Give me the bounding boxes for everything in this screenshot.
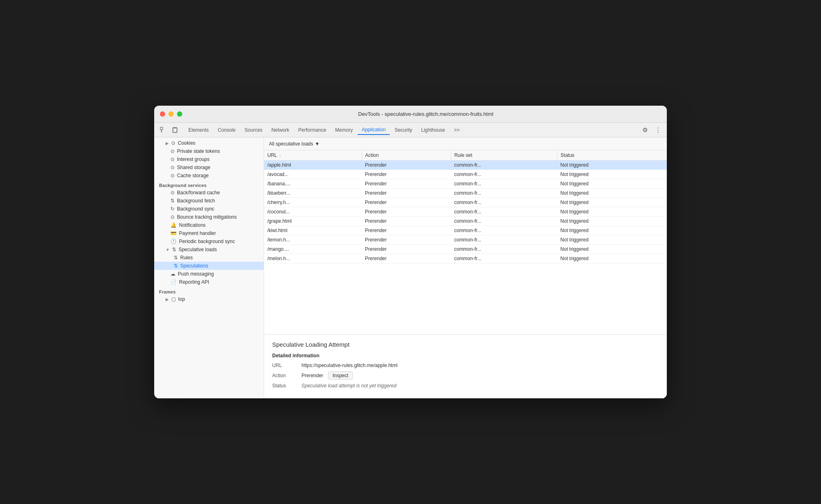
col-header-action[interactable]: Action [362, 150, 451, 161]
sidebar-item-shared-storage[interactable]: ⊙ Shared storage [154, 163, 264, 172]
sidebar-item-background-sync[interactable]: ↻ Background sync [154, 205, 264, 213]
cell-status: Not triggered [557, 217, 667, 226]
tab-console[interactable]: Console [214, 126, 240, 135]
tab-performance[interactable]: Performance [294, 126, 330, 135]
table-row[interactable]: /mango.... Prerender common-fr... Not tr… [264, 245, 667, 254]
cell-status: Not triggered [557, 198, 667, 207]
detail-action-value: Prerender [301, 373, 323, 378]
cell-url: /coconut... [264, 207, 362, 217]
inspect-element-icon[interactable] [157, 124, 169, 136]
tab-application[interactable]: Application [358, 125, 390, 135]
cell-ruleset: common-fr... [451, 226, 557, 235]
sidebar-item-back-forward-cache[interactable]: ⊙ Back/forward cache [154, 189, 264, 197]
tab-elements[interactable]: Elements [184, 126, 213, 135]
tab-lighthouse[interactable]: Lighthouse [417, 126, 449, 135]
detail-title: Speculative Loading Attempt [272, 341, 659, 348]
cell-status: Not triggered [557, 235, 667, 245]
sidebar-item-bounce-tracking[interactable]: ⊙ Bounce tracking mitigations [154, 213, 264, 221]
cell-ruleset: common-fr... [451, 245, 557, 254]
table-row[interactable]: /melon.h... Prerender common-fr... Not t… [264, 254, 667, 263]
traffic-lights [160, 111, 182, 117]
table-row[interactable]: /coconut... Prerender common-fr... Not t… [264, 207, 667, 217]
minimize-button[interactable] [168, 111, 174, 117]
cell-action: Prerender [362, 189, 451, 198]
table-row[interactable]: /grape.html Prerender common-fr... Not t… [264, 217, 667, 226]
table-row[interactable]: /lemon.h... Prerender common-fr... Not t… [264, 235, 667, 245]
sidebar-item-rules[interactable]: ⇅ Rules [154, 254, 264, 262]
cell-url: /lemon.h... [264, 235, 362, 245]
close-button[interactable] [160, 111, 165, 117]
panel-toolbar: All speculative loads ▼ [264, 137, 667, 150]
svg-rect-0 [160, 127, 163, 130]
inspect-button[interactable]: Inspect [328, 371, 353, 380]
main-content: ▶ ⊙ Cookies ⊙ Private state tokens ⊙ Int… [154, 137, 667, 398]
svg-rect-3 [174, 128, 176, 128]
cell-status: Not triggered [557, 179, 667, 189]
cell-ruleset: common-fr... [451, 179, 557, 189]
maximize-button[interactable] [177, 111, 182, 117]
sidebar: ▶ ⊙ Cookies ⊙ Private state tokens ⊙ Int… [154, 137, 264, 398]
cell-action: Prerender [362, 217, 451, 226]
chevron-right-icon: ▶ [166, 141, 169, 146]
table-row[interactable]: /banana.... Prerender common-fr... Not t… [264, 179, 667, 189]
sidebar-item-periodic-background-sync[interactable]: 🕐 Periodic background sync [154, 237, 264, 245]
sidebar-item-push-messaging[interactable]: ☁ Push messaging [154, 270, 264, 278]
more-options-icon[interactable]: ⋮ [652, 124, 664, 136]
cell-url: /blueberr... [264, 189, 362, 198]
device-toolbar-icon[interactable] [170, 124, 181, 136]
background-services-header: Background services [154, 180, 264, 189]
tab-security[interactable]: Security [391, 126, 416, 135]
sidebar-item-cache-storage[interactable]: ⊙ Cache storage [154, 172, 264, 180]
tab-memory[interactable]: Memory [331, 126, 357, 135]
col-header-ruleset[interactable]: Rule set [451, 150, 557, 161]
detail-row-url: URL https://speculative-rules.glitch.me/… [272, 363, 659, 368]
tab-more[interactable]: >> [450, 126, 464, 135]
cell-status: Not triggered [557, 254, 667, 263]
col-header-url[interactable]: URL ↑ [264, 150, 362, 161]
col-header-status[interactable]: Status [557, 150, 667, 161]
sidebar-item-payment-handler[interactable]: 💳 Payment handler [154, 229, 264, 237]
table-row[interactable]: /kiwi.html Prerender common-fr... Not tr… [264, 226, 667, 235]
cell-ruleset: common-fr... [451, 207, 557, 217]
tab-sources[interactable]: Sources [240, 126, 266, 135]
sidebar-item-notifications[interactable]: 🔔 Notifications [154, 221, 264, 229]
settings-icon[interactable]: ⚙ [639, 124, 651, 136]
cell-status: Not triggered [557, 161, 667, 170]
sidebar-item-cookies[interactable]: ▶ ⊙ Cookies [154, 139, 264, 147]
tab-network[interactable]: Network [267, 126, 293, 135]
cell-ruleset: common-fr... [451, 254, 557, 263]
cell-url: /apple.html [264, 161, 362, 170]
cell-action: Prerender [362, 170, 451, 179]
sort-icon: ↑ [279, 153, 281, 158]
sidebar-item-private-state-tokens[interactable]: ⊙ Private state tokens [154, 147, 264, 155]
sidebar-item-reporting-api[interactable]: 📄 Reporting API [154, 278, 264, 286]
cell-ruleset: common-fr... [451, 235, 557, 245]
sidebar-item-background-fetch[interactable]: ⇅ Background fetch [154, 197, 264, 205]
cell-ruleset: common-fr... [451, 161, 557, 170]
detail-panel: Speculative Loading Attempt Detailed inf… [264, 334, 667, 398]
cell-url: /avocad... [264, 170, 362, 179]
detail-section-header: Detailed information [272, 353, 659, 358]
table-row[interactable]: /apple.html Prerender common-fr... Not t… [264, 161, 667, 170]
table-row[interactable]: /cherry.h... Prerender common-fr... Not … [264, 198, 667, 207]
cell-action: Prerender [362, 235, 451, 245]
cell-ruleset: common-fr... [451, 189, 557, 198]
cell-url: /cherry.h... [264, 198, 362, 207]
sidebar-item-speculative-loads[interactable]: ▼ ⇅ Speculative loads [154, 245, 264, 254]
table-row[interactable]: /blueberr... Prerender common-fr... Not … [264, 189, 667, 198]
sidebar-item-speculations[interactable]: ⇅ Speculations [154, 262, 264, 270]
chevron-right-icon-top: ▶ [166, 297, 169, 302]
cell-url: /kiwi.html [264, 226, 362, 235]
sidebar-item-interest-groups[interactable]: ⊙ Interest groups [154, 155, 264, 163]
cell-url: /melon.h... [264, 254, 362, 263]
filter-arrow: ▼ [315, 141, 320, 147]
devtools-window: DevTools - speculative-rules.glitch.me/c… [154, 106, 667, 398]
detail-action-label: Action [272, 373, 297, 378]
sidebar-item-top[interactable]: ▶ ▢ top [154, 295, 264, 303]
cell-status: Not triggered [557, 170, 667, 179]
table-row[interactable]: /avocad... Prerender common-fr... Not tr… [264, 170, 667, 179]
filter-dropdown[interactable]: All speculative loads ▼ [269, 141, 320, 147]
cell-status: Not triggered [557, 189, 667, 198]
cell-url: /mango.... [264, 245, 362, 254]
cell-url: /banana.... [264, 179, 362, 189]
